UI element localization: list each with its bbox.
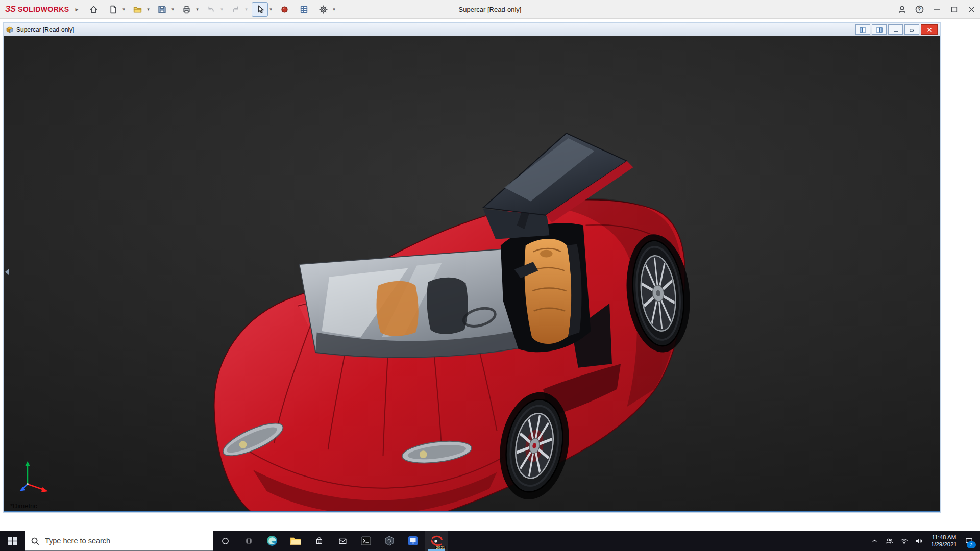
open-caret-icon[interactable]: ▾ — [145, 7, 151, 12]
design-table-button[interactable] — [296, 2, 312, 17]
undo-icon — [206, 5, 216, 14]
hidden-icons-button[interactable] — [867, 531, 882, 551]
speaker-icon — [915, 537, 923, 545]
supercar-3d-model[interactable] — [4, 36, 940, 511]
maximize-button[interactable] — [945, 0, 963, 18]
account-button[interactable] — [893, 0, 911, 18]
taskbar-apps: 2021 — [213, 531, 448, 551]
feature-tree-flyout-arrow[interactable] — [5, 269, 9, 275]
clock-time: 11:48 AM — [931, 534, 957, 541]
gear-icon — [318, 5, 328, 14]
edge-button[interactable] — [260, 531, 284, 551]
solidworks-taskbar-button[interactable]: 2021 — [425, 531, 448, 551]
taskbar-search[interactable] — [24, 531, 213, 551]
document-window: Supercar [Read-only] — [4, 23, 940, 512]
orientation-triad-icon — [16, 459, 53, 495]
display-pane-right-button[interactable] — [872, 24, 887, 35]
open-folder-icon — [133, 5, 142, 14]
notification-badge: 2 — [967, 541, 976, 548]
hexagon-app-button[interactable] — [378, 531, 401, 551]
save-caret-icon[interactable]: ▾ — [170, 7, 175, 12]
home-button[interactable] — [85, 2, 102, 17]
new-document-icon — [108, 5, 118, 14]
taskbar-clock[interactable]: 11:48 AM 1/29/2021 — [926, 534, 962, 548]
options-button[interactable] — [315, 2, 331, 17]
action-center-button[interactable]: 2 — [962, 531, 976, 551]
pane-left-icon — [860, 27, 866, 33]
print-icon — [182, 5, 191, 14]
open-button[interactable] — [129, 2, 145, 17]
redo-caret-icon[interactable]: ▾ — [243, 7, 249, 12]
doc-restore-button[interactable] — [904, 24, 919, 35]
edge-icon — [266, 535, 278, 547]
system-tray: 11:48 AM 1/29/2021 2 — [867, 531, 980, 551]
help-button[interactable]: ? — [911, 0, 928, 18]
doc-restore-icon — [909, 27, 915, 32]
document-controls — [854, 24, 938, 35]
blue-tile-app-button[interactable] — [401, 531, 425, 551]
minimize-button[interactable] — [928, 0, 945, 18]
design-table-icon — [299, 5, 309, 14]
graphics-viewport[interactable]: *Dimetric — [4, 36, 940, 511]
print-button[interactable] — [178, 2, 194, 17]
task-view-icon — [244, 537, 253, 545]
volume-tray-button[interactable] — [912, 531, 926, 551]
user-icon — [897, 5, 907, 14]
people-tray-button[interactable] — [882, 531, 897, 551]
minimize-icon — [932, 5, 942, 14]
redo-icon — [231, 5, 240, 14]
pane-right-icon — [876, 27, 883, 33]
app-titlebar: ЗS SOLIDWORKS ▸ ▾ ▾ — [0, 0, 980, 19]
close-button[interactable] — [963, 0, 980, 18]
file-explorer-icon — [289, 535, 302, 547]
document-title: Supercar [Read-only] — [16, 26, 74, 33]
terminal-icon — [360, 535, 372, 547]
options-caret-icon[interactable]: ▾ — [331, 7, 336, 12]
titlebar-right: ? — [893, 0, 980, 18]
new-document-button[interactable] — [105, 2, 121, 17]
select-cursor-icon — [255, 5, 265, 14]
record-macro-button[interactable] — [276, 2, 292, 17]
network-tray-button[interactable] — [897, 531, 912, 551]
save-button[interactable] — [154, 2, 170, 17]
wifi-icon — [900, 537, 909, 545]
task-view-button[interactable] — [237, 531, 260, 551]
doc-close-button[interactable] — [921, 24, 938, 35]
terminal-button[interactable] — [354, 531, 378, 551]
part-cube-icon — [6, 26, 13, 33]
redo-button[interactable] — [227, 2, 243, 17]
select-caret-icon[interactable]: ▾ — [268, 7, 273, 12]
doc-close-icon — [926, 27, 933, 32]
menu-flyout-arrow-icon[interactable]: ▸ — [75, 6, 78, 13]
brand-text: SOLIDWORKS — [18, 5, 69, 13]
undo-caret-icon[interactable]: ▾ — [219, 7, 224, 12]
display-pane-left-button[interactable] — [855, 24, 870, 35]
clock-date: 1/29/2021 — [931, 541, 957, 548]
start-button[interactable] — [0, 531, 24, 551]
search-icon — [31, 537, 39, 545]
cortana-button[interactable] — [213, 531, 237, 551]
blue-tile-app-icon — [407, 535, 419, 547]
file-explorer-button[interactable] — [284, 531, 307, 551]
search-input[interactable] — [44, 536, 207, 545]
doc-minimize-icon — [893, 27, 899, 32]
screen: ЗS SOLIDWORKS ▸ ▾ ▾ — [0, 0, 980, 551]
print-caret-icon[interactable]: ▾ — [194, 7, 200, 12]
mail-button[interactable] — [331, 531, 354, 551]
doc-minimize-button[interactable] — [888, 24, 903, 35]
taskbar: 2021 11:48 AM 1/29/2021 2 — [0, 531, 980, 551]
new-document-caret-icon[interactable]: ▾ — [121, 7, 126, 12]
record-sphere-icon — [280, 5, 289, 14]
home-icon — [89, 5, 99, 14]
store-button[interactable] — [307, 531, 331, 551]
solidworks-year-label: 2021 — [435, 546, 446, 549]
titlebar-left: ЗS SOLIDWORKS ▸ ▾ ▾ — [0, 2, 338, 17]
select-button[interactable] — [252, 2, 268, 17]
main-toolbar: ▾ ▾ ▾ ▾ — [85, 2, 338, 17]
mail-icon — [338, 537, 347, 545]
document-titlebar[interactable]: Supercar [Read-only] — [4, 23, 940, 36]
save-icon — [157, 5, 167, 14]
chevron-up-icon — [870, 537, 879, 545]
undo-button[interactable] — [203, 2, 219, 17]
close-icon — [967, 5, 976, 14]
